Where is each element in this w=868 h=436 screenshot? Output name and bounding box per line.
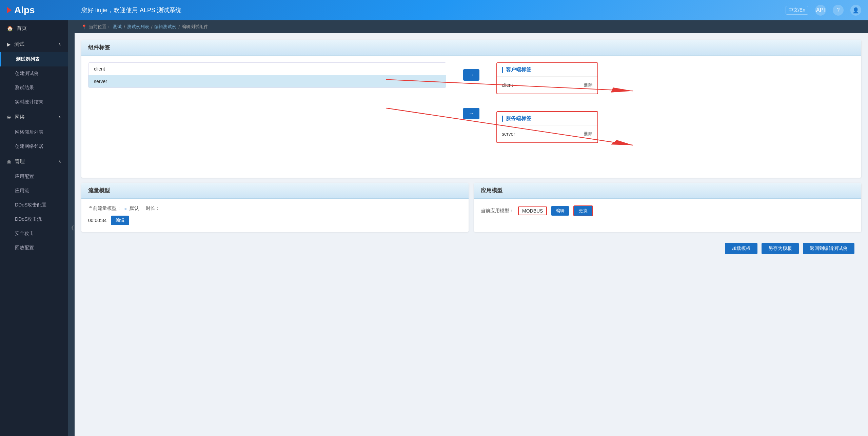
logo: Alps (7, 5, 75, 16)
manage-collapse-icon: ∧ (58, 159, 61, 164)
breadcrumb-bar: 📍 当前位置： 测试 / 测试例列表 / 编辑测试例 / 编辑测试组件 (75, 20, 868, 33)
sidebar-item-test-result[interactable]: 测试结果 (0, 81, 68, 95)
tag-row-server[interactable]: server (88, 75, 446, 87)
tags-left-list: client server (88, 62, 446, 88)
header: Alps 您好 liujie，欢迎使用 ALPS 测试系统 中文/En API … (0, 0, 868, 20)
tags-right: 客户端标签 client 删除 (496, 62, 854, 143)
sidebar-item-app-config[interactable]: 应用配置 (0, 170, 68, 184)
client-card-title: 客户端标签 (506, 66, 531, 73)
breadcrumb-edit-test[interactable]: 编辑测试例 (154, 24, 176, 30)
traffic-model-title: 流量模型 (88, 187, 110, 193)
change-app-btn[interactable]: 更换 (573, 205, 593, 216)
duration-value: 00:00:34 (88, 218, 107, 223)
client-card-header: 客户端标签 (497, 63, 597, 77)
return-btn[interactable]: 返回到编辑测试例 (803, 243, 854, 254)
delete-client-btn[interactable]: 删除 (584, 82, 593, 88)
assign-client-btn[interactable]: → (463, 69, 479, 81)
sidebar-section-test[interactable]: ▶ 测试 ∧ (0, 36, 68, 52)
logo-text: Alps (14, 5, 35, 16)
component-tags-title: 组件标签 (88, 44, 110, 50)
layout: 🏠 首页 ▶ 测试 ∧ 测试例列表 创建测试例 测试结果 实时统计结果 ⊕ 网络… (0, 20, 868, 436)
wave-icon: ≈ (124, 206, 127, 211)
sidebar-section-manage[interactable]: ◎ 管理 ∧ (0, 154, 68, 170)
server-card-body: server 删除 (497, 125, 597, 142)
app-model-card: 应用模型 当前应用模型： MODBUS 编辑 更换 (474, 183, 861, 232)
tag-row-client[interactable]: client (88, 63, 446, 75)
client-tag-value: client (502, 82, 513, 88)
traffic-model-header: 流量模型 (81, 183, 469, 199)
traffic-model-card: 流量模型 当前流量模型： ≈ 默认 时长： (81, 183, 469, 232)
manage-icon: ◎ (7, 159, 11, 165)
sidebar-item-create-network[interactable]: 创建网络邻居 (0, 139, 68, 154)
breadcrumb-test-list[interactable]: 测试例列表 (127, 24, 149, 30)
component-tags-body: client server → → (81, 56, 861, 178)
bottom-row: 流量模型 当前流量模型： ≈ 默认 时长： (81, 183, 861, 232)
welcome-text: 您好 liujie，欢迎使用 ALPS 测试系统 (81, 6, 786, 14)
logo-triangle-icon (7, 7, 12, 14)
app-model-title: 应用模型 (481, 187, 502, 193)
sidebar-item-create-test[interactable]: 创建测试例 (0, 66, 68, 81)
breadcrumb-sep1: / (124, 24, 125, 29)
main-content: 组件标签 client server → (75, 33, 868, 436)
sidebar-test-label: 测试 (14, 41, 24, 47)
traffic-model-body: 当前流量模型： ≈ 默认 时长： 00:00:34 编辑 (81, 199, 469, 232)
sidebar: 🏠 首页 ▶ 测试 ∧ 测试例列表 创建测试例 测试结果 实时统计结果 ⊕ 网络… (0, 20, 68, 436)
sidebar-item-network-neighbors[interactable]: 网络邻居列表 (0, 125, 68, 139)
lang-switcher[interactable]: 中文/En (786, 6, 808, 15)
sidebar-item-test-list[interactable]: 测试例列表 (0, 52, 68, 66)
save-as-template-btn[interactable]: 另存为模板 (762, 243, 799, 254)
sidebar-home-label: 首页 (17, 25, 27, 32)
delete-server-btn[interactable]: 删除 (584, 131, 593, 137)
user-avatar[interactable]: 👤 (850, 5, 861, 16)
app-model-body: 当前应用模型： MODBUS 编辑 更换 (474, 199, 861, 223)
header-right: 中文/En API ? 👤 (786, 5, 861, 16)
sidebar-item-replay-config[interactable]: 回放配置 (0, 241, 68, 255)
sidebar-item-ddos-config[interactable]: DDoS攻击配置 (0, 198, 68, 212)
breadcrumb-test[interactable]: 测试 (113, 24, 122, 30)
help-icon[interactable]: ? (833, 5, 844, 16)
server-card-title: 服务端标签 (506, 115, 531, 122)
component-tags-card: 组件标签 client server → (81, 40, 861, 178)
breadcrumb-sep2: / (151, 24, 153, 29)
app-model-header: 应用模型 (474, 183, 861, 199)
test-icon: ▶ (7, 41, 11, 47)
sidebar-collapse-btn[interactable]: 《 (68, 20, 75, 436)
current-app-label: 当前应用模型： (481, 208, 514, 214)
sidebar-item-ddos-flow[interactable]: DDoS攻击流 (0, 212, 68, 226)
sidebar-item-security-attack[interactable]: 安全攻击 (0, 226, 68, 241)
client-tag-row: client 删除 (502, 81, 593, 90)
client-tag-card: 客户端标签 client 删除 (496, 62, 598, 94)
load-template-btn[interactable]: 加载模板 (725, 243, 757, 254)
test-collapse-icon: ∧ (58, 42, 61, 46)
edit-traffic-btn[interactable]: 编辑 (111, 216, 129, 225)
modbus-value: MODBUS (518, 206, 547, 215)
current-traffic-value: 默认 (130, 205, 139, 212)
breadcrumb-sep3: / (178, 24, 180, 29)
sidebar-section-network[interactable]: ⊕ 网络 ∧ (0, 109, 68, 125)
sidebar-item-app-flow[interactable]: 应用流 (0, 184, 68, 198)
api-icon[interactable]: API (815, 5, 826, 16)
server-card-header: 服务端标签 (497, 112, 597, 125)
app-model-row: 当前应用模型： MODBUS 编辑 更换 (481, 205, 854, 216)
server-bar-icon (502, 116, 503, 122)
duration-label: 时长： (146, 205, 160, 212)
network-icon: ⊕ (7, 114, 11, 120)
footer-buttons: 加载模板 另存为模板 返回到编辑测试例 (81, 237, 861, 260)
assign-server-btn[interactable]: → (463, 108, 479, 119)
sidebar-manage-label: 管理 (15, 158, 25, 165)
breadcrumb-location-label: 当前位置： (89, 24, 111, 30)
server-tag-row: server 删除 (502, 130, 593, 138)
sidebar-item-home[interactable]: 🏠 首页 (0, 20, 68, 36)
sidebar-network-label: 网络 (15, 114, 25, 120)
breadcrumb-current: 编辑测试组件 (182, 24, 208, 30)
sidebar-item-realtime-stats[interactable]: 实时统计结果 (0, 95, 68, 109)
spacer (496, 101, 854, 104)
edit-app-btn[interactable]: 编辑 (551, 206, 569, 216)
server-tag-card: 服务端标签 server 删除 (496, 111, 598, 143)
location-icon: 📍 (81, 24, 87, 29)
network-collapse-icon: ∧ (58, 115, 61, 119)
home-icon: 🏠 (7, 25, 13, 32)
client-card-body: client 删除 (497, 77, 597, 94)
client-bar-icon (502, 67, 503, 73)
server-tag-value: server (502, 131, 515, 137)
